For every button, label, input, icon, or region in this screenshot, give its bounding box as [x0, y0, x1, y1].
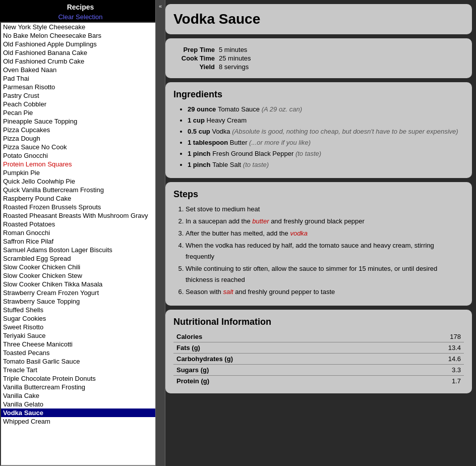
- clear-selection-button[interactable]: Clear Selection: [0, 12, 161, 22]
- list-item[interactable]: Sugar Cookies: [1, 314, 160, 323]
- recipe-list-container: New York Style CheesecakeNo Bake Melon C…: [0, 22, 161, 466]
- prep-time-value: 5 minutes: [219, 45, 464, 54]
- nutrition-label: Carbohydrates (g): [173, 354, 348, 365]
- list-item[interactable]: Vodka Sauce: [1, 409, 160, 417]
- ingredient-item: 29 ounce Tomato Sauce (A 29 oz. can): [188, 104, 464, 115]
- list-item[interactable]: Samuel Adams Boston Lager Biscuits: [1, 246, 160, 254]
- list-item[interactable]: Roasted Potatoes: [1, 220, 160, 228]
- list-item[interactable]: Vanilla Cake: [1, 391, 160, 400]
- list-item[interactable]: Quick Vanilla Buttercream Frosting: [1, 186, 160, 194]
- nutrition-label: Fats (g): [173, 342, 348, 354]
- nutrition-row: Carbohydrates (g)14.6: [173, 354, 464, 365]
- ingredients-title: Ingredients: [173, 89, 464, 100]
- ingredient-item: 0.5 cup Vodka (Absolute is good, nothing…: [188, 126, 464, 137]
- list-item[interactable]: Raspberry Pound Cake: [1, 194, 160, 203]
- list-item[interactable]: Roman Gnocchi: [1, 228, 160, 237]
- list-item[interactable]: Pineapple Sauce Topping: [1, 117, 160, 126]
- recipe-title: Vodka Sauce: [173, 11, 464, 27]
- nutrition-value: 14.6: [348, 354, 464, 365]
- step-item: Set stove to medium heat: [186, 204, 464, 215]
- list-item[interactable]: Quick Jello Coolwhip Pie: [1, 177, 160, 186]
- list-item[interactable]: Slow Cooker Chiken Tikka Masala: [1, 280, 160, 288]
- nutrition-value: 13.4: [348, 342, 464, 354]
- list-item[interactable]: Oven Baked Naan: [1, 66, 160, 74]
- list-item[interactable]: Old Fashioned Banana Cake: [1, 48, 160, 57]
- steps-card: Steps Set stove to medium heatIn a sauce…: [165, 182, 472, 306]
- list-item[interactable]: Whipped Cream: [1, 417, 160, 426]
- sidebar-title: Recipes: [0, 0, 161, 12]
- ingredient-item: 1 pinch Table Salt (to taste): [188, 159, 464, 170]
- recipe-title-card: Vodka Sauce: [165, 4, 472, 34]
- list-item[interactable]: Strawberry Cream Frozen Yogurt: [1, 288, 160, 297]
- list-item[interactable]: Pastry Crust: [1, 91, 160, 100]
- list-item[interactable]: Pecan Pie: [1, 108, 160, 117]
- list-item[interactable]: Potato Gnocchi: [1, 151, 160, 160]
- meta-table: Prep Time 5 minutes Cook Time 25 minutes…: [173, 45, 464, 71]
- ingredient-item: 1 tablespoon Butter (...or more if you l…: [188, 137, 464, 148]
- list-item[interactable]: Slow Cooker Chicken Chili: [1, 263, 160, 271]
- cook-time-label: Cook Time: [173, 54, 219, 63]
- list-item[interactable]: Protein Lemon Squares: [1, 160, 160, 168]
- nutrition-row: Protein (g)1.7: [173, 376, 464, 387]
- list-item[interactable]: Treacle Tart: [1, 366, 160, 374]
- nutrition-title: Nutritional Information: [173, 317, 464, 327]
- list-item[interactable]: Toasted Pecans: [1, 348, 160, 357]
- list-item[interactable]: Tomato Basil Garlic Sauce: [1, 357, 160, 366]
- list-item[interactable]: Pumpkin Pie: [1, 168, 160, 177]
- cook-time-value: 25 minutes: [219, 54, 464, 63]
- list-item[interactable]: Teriyaki Sauce: [1, 331, 160, 340]
- list-item[interactable]: Roasted Pheasant Breasts With Mushroom G…: [1, 211, 160, 220]
- list-item[interactable]: Old Fashioned Crumb Cake: [1, 57, 160, 66]
- ingredient-item: 1 pinch Fresh Ground Black Pepper (to ta…: [188, 148, 464, 159]
- nutrition-label: Protein (g): [173, 376, 348, 387]
- nutrition-table: Calories178Fats (g)13.4Carbohydrates (g)…: [173, 331, 464, 386]
- steps-title: Steps: [173, 189, 464, 200]
- main-content: Vodka Sauce Prep Time 5 minutes Cook Tim…: [161, 0, 476, 466]
- sidebar: Recipes Clear Selection New York Style C…: [0, 0, 161, 466]
- collapse-icon: «: [159, 3, 162, 9]
- nutrition-label: Sugars (g): [173, 365, 348, 376]
- list-item[interactable]: Pizza Cupcakes: [1, 126, 160, 134]
- list-item[interactable]: Slow Cooker Chicken Stew: [1, 271, 160, 280]
- nutrition-card: Nutritional Information Calories178Fats …: [165, 310, 472, 393]
- sidebar-collapse-button[interactable]: «: [155, 0, 165, 466]
- list-item[interactable]: Strawberry Sauce Topping: [1, 297, 160, 306]
- ingredients-card: Ingredients 29 ounce Tomato Sauce (A 29 …: [165, 82, 472, 178]
- prep-time-label: Prep Time: [173, 45, 219, 54]
- list-item[interactable]: Triple Chocolate Protein Donuts: [1, 374, 160, 383]
- yield-value: 8 servings: [219, 63, 464, 71]
- list-item[interactable]: Three Cheese Manicotti: [1, 340, 160, 348]
- step-item: While continuing to stir often, allow th…: [186, 263, 464, 285]
- recipe-list: New York Style CheesecakeNo Bake Melon C…: [1, 23, 160, 426]
- nutrition-row: Fats (g)13.4: [173, 342, 464, 354]
- nutrition-value: 1.7: [348, 376, 464, 387]
- nutrition-row: Sugars (g)3.3: [173, 365, 464, 376]
- list-item[interactable]: No Bake Melon Cheesecake Bars: [1, 31, 160, 40]
- list-item[interactable]: New York Style Cheesecake: [1, 23, 160, 31]
- list-item[interactable]: Stuffed Shells: [1, 306, 160, 314]
- list-item[interactable]: Old Fashioned Apple Dumplings: [1, 40, 160, 48]
- list-item[interactable]: Sweet Risotto: [1, 323, 160, 331]
- step-item: Season with salt and freshly ground pepp…: [186, 286, 464, 298]
- yield-label: Yield: [173, 63, 219, 71]
- list-item[interactable]: Vanilla Gelato: [1, 400, 160, 409]
- list-item[interactable]: Parmesan Risotto: [1, 83, 160, 91]
- nutrition-label: Calories: [173, 331, 348, 342]
- list-item[interactable]: Pizza Dough: [1, 134, 160, 143]
- list-item[interactable]: Pizza Sauce No Cook: [1, 143, 160, 151]
- nutrition-value: 178: [348, 331, 464, 342]
- list-item[interactable]: Peach Cobbler: [1, 100, 160, 108]
- recipe-meta-card: Prep Time 5 minutes Cook Time 25 minutes…: [165, 38, 472, 78]
- list-item[interactable]: Pad Thai: [1, 74, 160, 83]
- prep-time-row: Prep Time 5 minutes: [173, 45, 464, 54]
- list-item[interactable]: Scrambled Egg Spread: [1, 254, 160, 263]
- cook-time-row: Cook Time 25 minutes: [173, 54, 464, 63]
- step-item: When the vodka has reduced by half, add …: [186, 240, 464, 262]
- ingredient-item: 1 cup Heavy Cream: [188, 115, 464, 126]
- nutrition-value: 3.3: [348, 365, 464, 376]
- yield-row: Yield 8 servings: [173, 63, 464, 71]
- step-item: After the butter has melted, add the vod…: [186, 228, 464, 239]
- list-item[interactable]: Vanilla Buttercream Frosting: [1, 383, 160, 391]
- list-item[interactable]: Saffron Rice Pilaf: [1, 237, 160, 246]
- list-item[interactable]: Roasted Frozen Brussels Sprouts: [1, 203, 160, 211]
